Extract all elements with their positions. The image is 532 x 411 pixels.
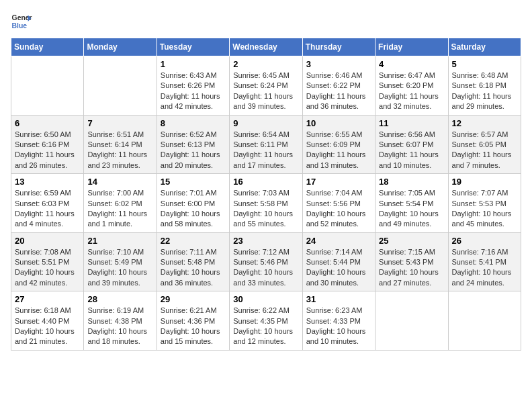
page-header: General Blue bbox=[11, 11, 521, 32]
day-number: 3 bbox=[306, 59, 371, 69]
calendar-day-cell: 21Sunrise: 7:10 AMSunset: 5:49 PMDayligh… bbox=[84, 232, 157, 291]
day-number: 1 bbox=[161, 59, 226, 69]
day-number: 8 bbox=[161, 118, 226, 128]
calendar-day-cell: 30Sunrise: 6:22 AMSunset: 4:35 PMDayligh… bbox=[230, 291, 302, 351]
day-info: Sunrise: 7:08 AMSunset: 5:51 PMDaylight:… bbox=[15, 247, 80, 289]
day-info: Sunrise: 6:50 AMSunset: 6:16 PMDaylight:… bbox=[15, 130, 80, 171]
calendar-day-cell: 26Sunrise: 7:16 AMSunset: 5:41 PMDayligh… bbox=[448, 232, 521, 291]
calendar-table: SundayMondayTuesdayWednesdayThursdayFrid… bbox=[11, 38, 521, 351]
day-number: 12 bbox=[452, 118, 517, 128]
day-number: 10 bbox=[306, 118, 371, 128]
day-info: Sunrise: 6:47 AMSunset: 6:20 PMDaylight:… bbox=[379, 71, 444, 112]
calendar-day-cell: 20Sunrise: 7:08 AMSunset: 5:51 PMDayligh… bbox=[11, 232, 84, 291]
calendar-day-cell: 4Sunrise: 6:47 AMSunset: 6:20 PMDaylight… bbox=[375, 56, 448, 116]
day-info: Sunrise: 7:03 AMSunset: 5:58 PMDaylight:… bbox=[233, 188, 298, 230]
day-number: 28 bbox=[87, 294, 152, 304]
day-info: Sunrise: 6:55 AMSunset: 6:09 PMDaylight:… bbox=[306, 130, 371, 171]
day-number: 31 bbox=[306, 294, 371, 304]
svg-text:Blue: Blue bbox=[12, 22, 28, 30]
calendar-day-cell: 7Sunrise: 6:51 AMSunset: 6:14 PMDaylight… bbox=[84, 115, 157, 174]
calendar-week-row: 6Sunrise: 6:50 AMSunset: 6:16 PMDaylight… bbox=[11, 115, 521, 174]
calendar-day-cell: 22Sunrise: 7:11 AMSunset: 5:48 PMDayligh… bbox=[157, 232, 229, 291]
day-number: 6 bbox=[15, 118, 80, 128]
calendar-week-row: 13Sunrise: 6:59 AMSunset: 6:03 PMDayligh… bbox=[11, 174, 521, 233]
calendar-day-cell: 29Sunrise: 6:21 AMSunset: 4:36 PMDayligh… bbox=[157, 291, 229, 351]
calendar-day-cell: 31Sunrise: 6:23 AMSunset: 4:33 PMDayligh… bbox=[302, 291, 375, 351]
day-info: Sunrise: 6:57 AMSunset: 6:05 PMDaylight:… bbox=[452, 130, 517, 171]
day-info: Sunrise: 7:05 AMSunset: 5:54 PMDaylight:… bbox=[379, 188, 444, 230]
calendar-day-cell: 16Sunrise: 7:03 AMSunset: 5:58 PMDayligh… bbox=[230, 174, 302, 233]
day-number: 15 bbox=[161, 177, 226, 187]
day-info: Sunrise: 6:22 AMSunset: 4:35 PMDaylight:… bbox=[233, 306, 298, 347]
day-info: Sunrise: 7:00 AMSunset: 6:02 PMDaylight:… bbox=[87, 188, 152, 230]
calendar-day-cell: 27Sunrise: 6:18 AMSunset: 4:40 PMDayligh… bbox=[11, 291, 84, 351]
day-info: Sunrise: 7:11 AMSunset: 5:48 PMDaylight:… bbox=[161, 247, 226, 289]
day-number: 20 bbox=[15, 236, 80, 246]
weekday-header: Friday bbox=[375, 38, 448, 56]
calendar-week-row: 27Sunrise: 6:18 AMSunset: 4:40 PMDayligh… bbox=[11, 291, 521, 351]
calendar-day-cell: 18Sunrise: 7:05 AMSunset: 5:54 PMDayligh… bbox=[375, 174, 448, 233]
day-info: Sunrise: 6:18 AMSunset: 4:40 PMDaylight:… bbox=[15, 306, 80, 347]
day-info: Sunrise: 6:59 AMSunset: 6:03 PMDaylight:… bbox=[15, 188, 80, 230]
calendar-day-cell: 15Sunrise: 7:01 AMSunset: 6:00 PMDayligh… bbox=[157, 174, 229, 233]
calendar-day-cell: 6Sunrise: 6:50 AMSunset: 6:16 PMDaylight… bbox=[11, 115, 84, 174]
calendar-day-cell bbox=[11, 56, 84, 116]
calendar-day-cell: 25Sunrise: 7:15 AMSunset: 5:43 PMDayligh… bbox=[375, 232, 448, 291]
day-number: 22 bbox=[161, 236, 226, 246]
day-number: 18 bbox=[379, 177, 444, 187]
day-number: 17 bbox=[306, 177, 371, 187]
day-number: 30 bbox=[233, 294, 298, 304]
day-number: 11 bbox=[379, 118, 444, 128]
calendar-day-cell bbox=[84, 56, 157, 116]
calendar-day-cell: 12Sunrise: 6:57 AMSunset: 6:05 PMDayligh… bbox=[448, 115, 521, 174]
logo: General Blue bbox=[11, 11, 32, 32]
day-info: Sunrise: 6:46 AMSunset: 6:22 PMDaylight:… bbox=[306, 71, 371, 112]
day-number: 7 bbox=[87, 118, 152, 128]
day-info: Sunrise: 6:52 AMSunset: 6:13 PMDaylight:… bbox=[161, 130, 226, 171]
day-number: 24 bbox=[306, 236, 371, 246]
day-info: Sunrise: 6:54 AMSunset: 6:11 PMDaylight:… bbox=[233, 130, 298, 171]
calendar-day-cell: 1Sunrise: 6:43 AMSunset: 6:26 PMDaylight… bbox=[157, 56, 229, 116]
calendar-day-cell: 24Sunrise: 7:14 AMSunset: 5:44 PMDayligh… bbox=[302, 232, 375, 291]
day-number: 9 bbox=[233, 118, 298, 128]
calendar-day-cell bbox=[448, 291, 521, 351]
day-number: 19 bbox=[452, 177, 517, 187]
calendar-day-cell: 28Sunrise: 6:19 AMSunset: 4:38 PMDayligh… bbox=[84, 291, 157, 351]
day-number: 27 bbox=[15, 294, 80, 304]
day-info: Sunrise: 6:19 AMSunset: 4:38 PMDaylight:… bbox=[87, 306, 152, 347]
day-number: 23 bbox=[233, 236, 298, 246]
calendar-day-cell: 23Sunrise: 7:12 AMSunset: 5:46 PMDayligh… bbox=[230, 232, 302, 291]
weekday-header: Saturday bbox=[448, 38, 521, 56]
calendar-week-row: 20Sunrise: 7:08 AMSunset: 5:51 PMDayligh… bbox=[11, 232, 521, 291]
day-info: Sunrise: 7:16 AMSunset: 5:41 PMDaylight:… bbox=[452, 247, 517, 289]
day-number: 2 bbox=[233, 59, 298, 69]
calendar-day-cell bbox=[375, 291, 448, 351]
calendar-day-cell: 5Sunrise: 6:48 AMSunset: 6:18 PMDaylight… bbox=[448, 56, 521, 116]
day-info: Sunrise: 7:01 AMSunset: 6:00 PMDaylight:… bbox=[161, 188, 226, 230]
day-number: 26 bbox=[452, 236, 517, 246]
weekday-header-row: SundayMondayTuesdayWednesdayThursdayFrid… bbox=[11, 38, 521, 56]
calendar-day-cell: 2Sunrise: 6:45 AMSunset: 6:24 PMDaylight… bbox=[230, 56, 302, 116]
calendar-day-cell: 14Sunrise: 7:00 AMSunset: 6:02 PMDayligh… bbox=[84, 174, 157, 233]
day-number: 29 bbox=[161, 294, 226, 304]
calendar-day-cell: 3Sunrise: 6:46 AMSunset: 6:22 PMDaylight… bbox=[302, 56, 375, 116]
calendar-day-cell: 9Sunrise: 6:54 AMSunset: 6:11 PMDaylight… bbox=[230, 115, 302, 174]
day-number: 21 bbox=[87, 236, 152, 246]
day-number: 4 bbox=[379, 59, 444, 69]
day-info: Sunrise: 6:43 AMSunset: 6:26 PMDaylight:… bbox=[161, 71, 226, 112]
day-number: 14 bbox=[87, 177, 152, 187]
day-info: Sunrise: 6:23 AMSunset: 4:33 PMDaylight:… bbox=[306, 306, 371, 347]
logo-icon: General Blue bbox=[11, 11, 32, 32]
day-number: 5 bbox=[452, 59, 517, 69]
calendar-day-cell: 17Sunrise: 7:04 AMSunset: 5:56 PMDayligh… bbox=[302, 174, 375, 233]
day-info: Sunrise: 7:12 AMSunset: 5:46 PMDaylight:… bbox=[233, 247, 298, 289]
calendar-week-row: 1Sunrise: 6:43 AMSunset: 6:26 PMDaylight… bbox=[11, 56, 521, 116]
weekday-header: Monday bbox=[84, 38, 157, 56]
day-info: Sunrise: 6:45 AMSunset: 6:24 PMDaylight:… bbox=[233, 71, 298, 112]
weekday-header: Wednesday bbox=[230, 38, 302, 56]
weekday-header: Sunday bbox=[11, 38, 84, 56]
calendar-day-cell: 11Sunrise: 6:56 AMSunset: 6:07 PMDayligh… bbox=[375, 115, 448, 174]
day-info: Sunrise: 7:10 AMSunset: 5:49 PMDaylight:… bbox=[87, 247, 152, 289]
day-info: Sunrise: 7:04 AMSunset: 5:56 PMDaylight:… bbox=[306, 188, 371, 230]
day-info: Sunrise: 6:21 AMSunset: 4:36 PMDaylight:… bbox=[161, 306, 226, 347]
